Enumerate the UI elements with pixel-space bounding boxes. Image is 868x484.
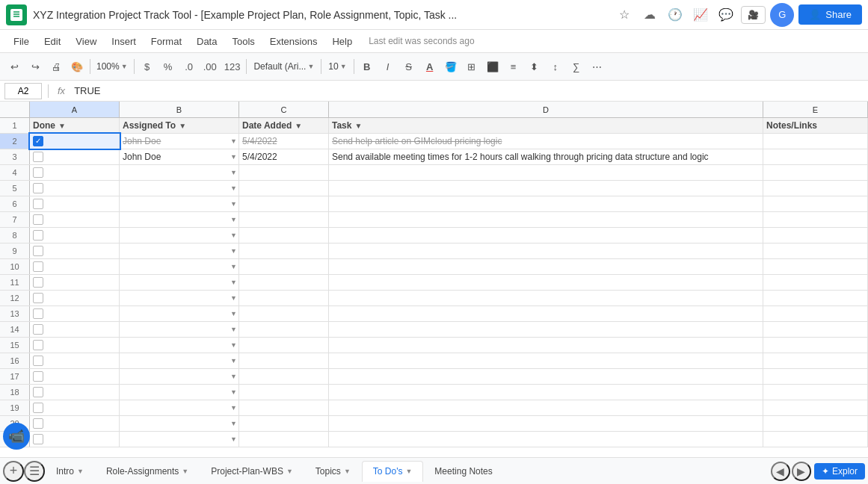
valign-button[interactable]: ⬍ bbox=[525, 57, 544, 76]
meet-button[interactable]: 🎥 bbox=[741, 6, 766, 24]
dropdown-arrow-b10[interactable]: ▼ bbox=[230, 263, 237, 270]
dropdown-arrow-b16[interactable]: ▼ bbox=[230, 357, 237, 364]
dropdown-arrow-b4[interactable]: ▼ bbox=[230, 169, 237, 176]
cell-a1[interactable]: Done ▼ bbox=[30, 118, 120, 133]
italic-button[interactable]: I bbox=[378, 57, 398, 76]
menu-view[interactable]: View bbox=[68, 33, 104, 50]
checkbox-16[interactable] bbox=[33, 356, 43, 366]
filter-icon-done[interactable]: ▼ bbox=[58, 122, 66, 130]
tab-next-button[interactable]: ▶ bbox=[792, 462, 811, 481]
row-num-14[interactable]: 14 bbox=[0, 322, 30, 337]
cell-e18[interactable] bbox=[763, 385, 868, 400]
history-icon[interactable]: 🕐 bbox=[665, 4, 686, 25]
dropdown-arrow-b6[interactable]: ▼ bbox=[230, 200, 237, 208]
row-num-11[interactable]: 11 bbox=[0, 275, 30, 290]
font-select[interactable]: Default (Ari... ▼ bbox=[250, 57, 318, 76]
cell-a8[interactable] bbox=[30, 228, 120, 243]
checkbox-10[interactable] bbox=[33, 261, 43, 272]
sheet-menu-button[interactable]: ☰ bbox=[24, 461, 45, 482]
cell-e17[interactable] bbox=[763, 369, 868, 384]
cell-d12[interactable] bbox=[329, 291, 763, 305]
row-num-9[interactable]: 9 bbox=[0, 243, 30, 258]
row-num-19[interactable]: 19 bbox=[0, 400, 30, 415]
checkbox-13[interactable] bbox=[33, 308, 43, 319]
dropdown-arrow-b19[interactable]: ▼ bbox=[230, 404, 237, 412]
cell-c17[interactable] bbox=[239, 369, 329, 384]
cell-d2[interactable]: Send help article on GIMcloud pricing lo… bbox=[329, 134, 763, 149]
row-num-10[interactable]: 10 bbox=[0, 259, 30, 274]
row-num-15[interactable]: 15 bbox=[0, 338, 30, 353]
cell-c6[interactable] bbox=[239, 196, 329, 211]
cell-c12[interactable] bbox=[239, 291, 329, 305]
cell-c7[interactable] bbox=[239, 212, 329, 227]
activity-icon[interactable]: 📈 bbox=[690, 4, 711, 25]
font-size-select[interactable]: 10 ▼ bbox=[324, 57, 350, 76]
tab-arrow-plan[interactable]: ▼ bbox=[286, 468, 293, 475]
fill-color-button[interactable]: 🪣 bbox=[441, 57, 461, 76]
formula-input[interactable] bbox=[74, 85, 864, 96]
cell-e1[interactable]: Notes/Links bbox=[763, 118, 868, 133]
align-button[interactable]: ≡ bbox=[504, 57, 523, 76]
cell-e4[interactable] bbox=[763, 165, 868, 180]
cell-b14[interactable]: ▼ bbox=[120, 322, 239, 337]
filter-icon-assigned[interactable]: ▼ bbox=[179, 122, 186, 130]
cell-b6[interactable]: ▼ bbox=[120, 196, 239, 211]
cell-b10[interactable]: ▼ bbox=[120, 259, 239, 274]
row-num-4[interactable]: 4 bbox=[0, 165, 30, 180]
dropdown-arrow-b11[interactable]: ▼ bbox=[230, 279, 237, 286]
checkbox-3[interactable] bbox=[33, 152, 43, 162]
cell-c9[interactable] bbox=[239, 243, 329, 258]
cell-b11[interactable]: ▼ bbox=[120, 275, 239, 290]
cell-c13[interactable] bbox=[239, 306, 329, 321]
cell-c8[interactable] bbox=[239, 228, 329, 243]
checkbox-7[interactable] bbox=[33, 214, 43, 225]
row-num-1[interactable]: 1 bbox=[0, 118, 30, 133]
redo-button[interactable]: ↪ bbox=[25, 57, 45, 76]
checkbox-21[interactable] bbox=[33, 434, 43, 444]
cell-d21[interactable] bbox=[329, 432, 763, 447]
cell-e9[interactable] bbox=[763, 243, 868, 258]
col-header-e[interactable]: E bbox=[763, 102, 868, 117]
cell-a10[interactable] bbox=[30, 259, 120, 274]
menu-extensions[interactable]: Extensions bbox=[262, 33, 325, 50]
cell-d8[interactable] bbox=[329, 228, 763, 243]
paint-format-button[interactable]: 🎨 bbox=[67, 57, 87, 76]
star-icon[interactable]: ☆ bbox=[614, 4, 635, 25]
cell-b20[interactable]: ▼ bbox=[120, 416, 239, 431]
cell-b3[interactable]: John Doe ▼ bbox=[120, 149, 239, 164]
percent-button[interactable]: % bbox=[158, 57, 178, 76]
row-num-18[interactable]: 18 bbox=[0, 385, 30, 400]
filter-icon-date[interactable]: ▼ bbox=[295, 122, 302, 130]
cell-b21[interactable]: ▼ bbox=[120, 432, 239, 447]
dropdown-arrow-b13[interactable]: ▼ bbox=[230, 310, 237, 317]
row-num-2[interactable]: 2 bbox=[0, 134, 30, 149]
cell-d17[interactable] bbox=[329, 369, 763, 384]
checkbox-8[interactable] bbox=[33, 230, 43, 241]
cell-a20[interactable] bbox=[30, 416, 120, 431]
tab-todos[interactable]: To Do's ▼ bbox=[362, 461, 424, 482]
cell-d6[interactable] bbox=[329, 196, 763, 211]
cell-b9[interactable]: ▼ bbox=[120, 243, 239, 258]
row-num-17[interactable]: 17 bbox=[0, 369, 30, 384]
menu-file[interactable]: File bbox=[6, 33, 37, 50]
menu-edit[interactable]: Edit bbox=[37, 33, 68, 50]
cell-b13[interactable]: ▼ bbox=[120, 306, 239, 321]
cell-e11[interactable] bbox=[763, 275, 868, 290]
cell-e15[interactable] bbox=[763, 338, 868, 353]
cell-a19[interactable] bbox=[30, 400, 120, 415]
cell-c2[interactable]: 5/4/2022 bbox=[239, 134, 329, 149]
dropdown-arrow-b8[interactable]: ▼ bbox=[230, 232, 237, 239]
filter-icon-task[interactable]: ▼ bbox=[354, 122, 362, 130]
cell-e12[interactable] bbox=[763, 291, 868, 305]
tab-intro[interactable]: Intro ▼ bbox=[45, 461, 95, 482]
cell-d3[interactable]: Send available meeting times for 1-2 hou… bbox=[329, 149, 763, 164]
tab-project-plan-wbs[interactable]: Project-Plan-WBS ▼ bbox=[200, 461, 304, 482]
cell-d16[interactable] bbox=[329, 353, 763, 368]
row-num-3[interactable]: 3 bbox=[0, 149, 30, 164]
cell-e14[interactable] bbox=[763, 322, 868, 337]
cell-a5[interactable] bbox=[30, 181, 120, 196]
tab-arrow-topics[interactable]: ▼ bbox=[344, 468, 351, 475]
number123-button[interactable]: 123 bbox=[221, 57, 244, 76]
menu-insert[interactable]: Insert bbox=[104, 33, 144, 50]
cell-a15[interactable] bbox=[30, 338, 120, 353]
